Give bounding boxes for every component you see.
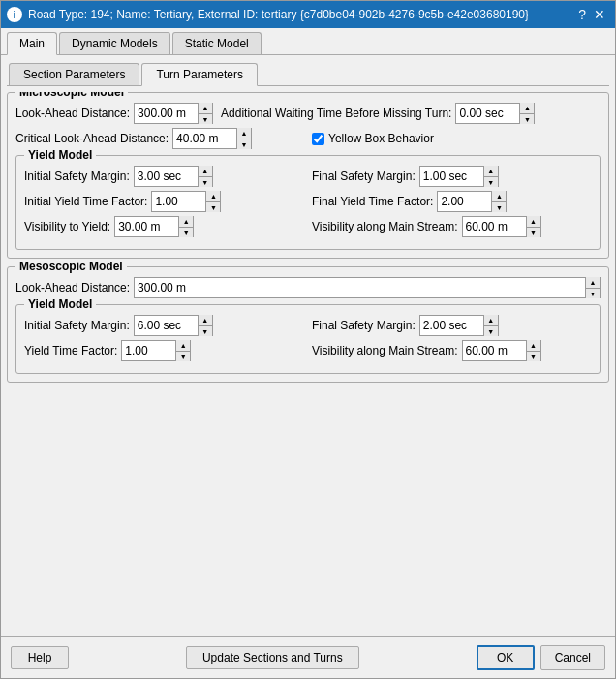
initial-yield-left: Initial Yield Time Factor: ▲ ▼ [24,191,304,212]
meso-initial-safety-left: Initial Safety Margin: ▲ ▼ [24,315,304,336]
meso-final-safety-down-btn[interactable]: ▼ [484,325,498,336]
main-tab-bar: Main Dynamic Models Static Model [1,28,615,55]
meso-visibility-main-spinbox[interactable]: ▲ ▼ [462,340,541,361]
lookahead-input[interactable] [135,104,198,123]
meso-lookahead-spin-btns: ▲ ▼ [585,277,600,298]
initial-safety-up-btn[interactable]: ▲ [199,166,212,176]
ok-button[interactable]: OK [477,645,535,670]
final-yield-up-btn[interactable]: ▲ [492,191,506,201]
safety-margin-row: Initial Safety Margin: ▲ ▼ [24,166,592,187]
initial-safety-spinbox[interactable]: ▲ ▼ [134,166,213,187]
meso-yield-time-spinbox[interactable]: ▲ ▼ [121,340,191,361]
initial-yield-spin-btns: ▲ ▼ [205,191,220,212]
cancel-button[interactable]: Cancel [540,645,605,670]
close-button[interactable]: ✕ [590,8,609,21]
meso-visibility-main-down-btn[interactable]: ▼ [527,351,540,361]
yield-meso-title: Yield Model [24,297,96,311]
additional-waiting-input[interactable] [456,104,519,123]
meso-initial-safety-spin-btns: ▲ ▼ [198,315,212,336]
additional-waiting-spinbox[interactable]: ▲ ▼ [455,103,535,124]
critical-up-btn[interactable]: ▲ [237,128,251,139]
initial-yield-input[interactable] [152,192,205,211]
meso-initial-safety-up-btn[interactable]: ▲ [199,315,212,325]
yellow-box-checkbox[interactable] [312,133,324,145]
final-safety-label: Final Safety Margin: [312,170,416,183]
visibility-yield-input[interactable] [115,217,178,236]
visibility-yield-spinbox[interactable]: ▲ ▼ [114,216,194,237]
meso-yield-time-up-btn[interactable]: ▲ [176,340,190,351]
meso-final-safety-up-btn[interactable]: ▲ [484,315,498,325]
visibility-main-micro-label: Visibility along Main Stream: [312,220,458,233]
final-yield-down-btn[interactable]: ▼ [492,201,506,212]
meso-lookahead-left: Look-Ahead Distance: ▲ ▼ [15,277,601,298]
final-yield-input[interactable] [438,192,491,211]
meso-visibility-main-input[interactable] [463,341,526,360]
meso-visibility-main-up-btn[interactable]: ▲ [527,340,540,351]
meso-initial-safety-input[interactable] [135,316,198,335]
meso-initial-safety-spinbox[interactable]: ▲ ▼ [134,315,213,336]
meso-lookahead-input[interactable] [135,278,585,297]
meso-lookahead-row: Look-Ahead Distance: ▲ ▼ [15,277,601,298]
additional-waiting-up-btn[interactable]: ▲ [520,103,534,113]
visibility-yield-left: Visibility to Yield: ▲ ▼ [24,216,304,237]
meso-lookahead-up-btn[interactable]: ▲ [586,277,600,288]
tab-section-parameters[interactable]: Section Parameters [9,63,139,85]
lookahead-up-btn[interactable]: ▲ [199,103,212,113]
main-window: i Road Type: 194; Name: Tertiary, Extern… [0,0,616,679]
final-safety-up-btn[interactable]: ▲ [484,166,498,176]
final-safety-spinbox[interactable]: ▲ ▼ [419,166,499,187]
visibility-yield-down-btn[interactable]: ▼ [179,227,193,237]
meso-yield-time-left: Yield Time Factor: ▲ ▼ [24,340,304,361]
initial-yield-down-btn[interactable]: ▼ [206,201,220,212]
critical-input[interactable] [173,129,236,148]
visibility-main-micro-up-btn[interactable]: ▲ [527,216,540,227]
scroll-content: Microscopic Model Look-Ahead Distance: ▲… [7,92,609,631]
tab-static-model[interactable]: Static Model [172,32,262,54]
tab-main[interactable]: Main [7,32,57,55]
footer-right: OK Cancel [477,645,605,670]
meso-visibility-main-right: Visibility along Main Stream: ▲ ▼ [312,340,592,361]
critical-left: Critical Look-Ahead Distance: ▲ ▼ [15,128,304,149]
final-safety-input[interactable] [420,167,483,186]
update-sections-button[interactable]: Update Sections and Turns [186,646,359,669]
critical-down-btn[interactable]: ▼ [237,139,251,149]
critical-spinbox[interactable]: ▲ ▼ [172,128,252,149]
yield-model-micro-group: Yield Model Initial Safety Margin: ▲ [15,155,601,250]
title-bar: i Road Type: 194; Name: Tertiary, Extern… [1,1,615,28]
visibility-main-micro-down-btn[interactable]: ▼ [527,227,540,237]
final-yield-spin-btns: ▲ ▼ [491,191,506,212]
initial-yield-spinbox[interactable]: ▲ ▼ [151,191,221,212]
lookahead-label: Look-Ahead Distance: [15,107,130,120]
meso-final-safety-input[interactable] [420,316,483,335]
initial-yield-up-btn[interactable]: ▲ [206,191,220,201]
meso-final-safety-spin-btns: ▲ ▼ [483,315,498,336]
meso-yield-time-spin-btns: ▲ ▼ [175,340,190,361]
lookahead-spinbox[interactable]: ▲ ▼ [134,103,213,124]
meso-final-safety-spinbox[interactable]: ▲ ▼ [419,315,499,336]
meso-lookahead-down-btn[interactable]: ▼ [586,288,600,298]
visibility-yield-label: Visibility to Yield: [24,220,110,233]
tab-dynamic-models[interactable]: Dynamic Models [59,32,170,54]
help-button[interactable]: ? [574,8,590,21]
lookahead-down-btn[interactable]: ▼ [199,113,212,124]
initial-safety-input[interactable] [135,167,198,186]
visibility-main-micro-spinbox[interactable]: ▲ ▼ [462,216,541,237]
meso-lookahead-spinbox[interactable]: ▲ ▼ [134,277,601,298]
meso-visibility-main-label: Visibility along Main Stream: [312,344,458,357]
visibility-main-right: Visibility along Main Stream: ▲ ▼ [312,216,592,237]
tab-turn-parameters[interactable]: Turn Parameters [141,63,258,86]
lookahead-spin-btns: ▲ ▼ [198,103,212,124]
visibility-main-micro-input[interactable] [463,217,526,236]
meso-initial-safety-down-btn[interactable]: ▼ [199,325,212,336]
yield-micro-title: Yield Model [24,148,96,162]
meso-yield-time-down-btn[interactable]: ▼ [176,351,190,361]
visibility-yield-up-btn[interactable]: ▲ [179,216,193,227]
help-footer-button[interactable]: Help [11,646,69,669]
additional-waiting-down-btn[interactable]: ▼ [520,113,534,124]
final-yield-spinbox[interactable]: ▲ ▼ [437,191,507,212]
meso-yield-time-input[interactable] [122,341,175,360]
additional-waiting-label: Additional Waiting Time Before Missing T… [221,107,451,120]
visibility-main-micro-spin-btns: ▲ ▼ [526,216,540,237]
initial-safety-down-btn[interactable]: ▼ [199,176,212,187]
final-safety-down-btn[interactable]: ▼ [484,176,498,187]
